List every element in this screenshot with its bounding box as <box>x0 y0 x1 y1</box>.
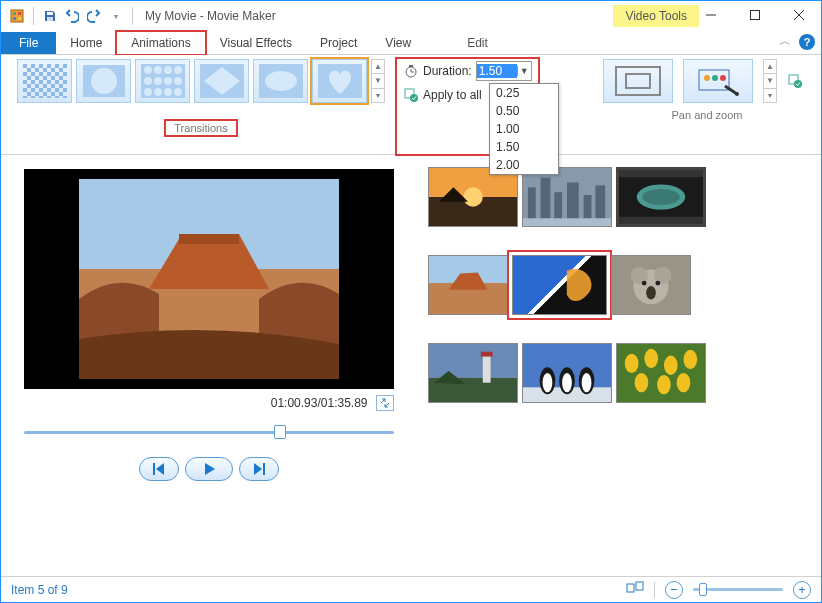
transitions-gallery-more[interactable]: ▲ ▼ ▾ <box>371 59 385 103</box>
clip-desert[interactable] <box>428 255 508 315</box>
qat-dropdown-icon[interactable]: ▾ <box>106 6 126 26</box>
app-icon[interactable] <box>7 6 27 26</box>
pan-zoom-label: Pan and zoom <box>603 109 811 121</box>
gallery-expand-icon[interactable]: ▾ <box>372 89 384 102</box>
duration-input[interactable]: 1.50 ▼ <box>476 61 532 81</box>
svg-point-27 <box>164 88 172 96</box>
tab-visual-effects[interactable]: Visual Effects <box>206 32 306 54</box>
apply-all-pan-icon[interactable] <box>787 73 803 89</box>
collapse-ribbon-icon[interactable]: ︿ <box>779 33 791 50</box>
svg-rect-97 <box>627 584 634 592</box>
transition-checker[interactable] <box>17 59 72 103</box>
transitions-group: ▲ ▼ ▾ Transitions <box>11 59 391 154</box>
window-title: My Movie - Movie Maker <box>145 9 276 23</box>
tab-animations[interactable]: Animations <box>116 31 205 55</box>
svg-rect-98 <box>636 582 643 590</box>
apply-all-button[interactable]: Apply to all <box>423 88 482 102</box>
view-toggle-icon[interactable] <box>626 581 644 598</box>
duration-option[interactable]: 1.00 <box>490 120 558 138</box>
pan-zoom-none[interactable] <box>603 59 673 103</box>
svg-rect-77 <box>429 344 517 378</box>
duration-option[interactable]: 0.25 <box>490 84 558 102</box>
tab-home[interactable]: Home <box>56 32 116 54</box>
titlebar: ▾ My Movie - Movie Maker Video Tools <box>1 1 821 31</box>
duration-option[interactable]: 1.50 <box>490 138 558 156</box>
pan-zoom-preset[interactable] <box>683 59 753 103</box>
zoom-out-button[interactable]: − <box>665 581 683 599</box>
zoom-in-button[interactable]: + <box>793 581 811 599</box>
svg-rect-80 <box>481 352 493 357</box>
svg-point-84 <box>543 373 553 392</box>
video-preview[interactable] <box>24 169 394 389</box>
svg-point-76 <box>655 281 660 286</box>
svg-rect-50 <box>153 463 155 475</box>
zoom-thumb[interactable] <box>699 583 707 596</box>
fullscreen-button[interactable] <box>376 395 394 411</box>
svg-point-28 <box>174 88 182 96</box>
duration-option[interactable]: 2.00 <box>490 156 558 174</box>
status-item-count: Item 5 of 9 <box>11 583 68 597</box>
ribbon: ▲ ▼ ▾ Transitions Duration: 1.50 ▼ Apply… <box>1 55 821 155</box>
svg-point-23 <box>164 77 172 85</box>
gallery-up-icon[interactable]: ▲ <box>764 60 776 74</box>
duration-dropdown-button[interactable]: ▼ <box>517 66 531 76</box>
svg-rect-4 <box>18 17 21 20</box>
maximize-button[interactable] <box>733 1 777 29</box>
duration-option[interactable]: 0.50 <box>490 102 558 120</box>
svg-point-18 <box>154 66 162 74</box>
svg-point-15 <box>91 68 117 94</box>
svg-point-90 <box>625 354 639 373</box>
gallery-up-icon[interactable]: ▲ <box>372 60 384 74</box>
next-frame-button[interactable] <box>239 457 279 481</box>
clip-koala[interactable] <box>611 255 691 315</box>
minimize-button[interactable] <box>689 1 733 29</box>
playback-slider[interactable] <box>24 425 394 439</box>
tab-edit[interactable]: Edit <box>453 32 502 54</box>
tab-file[interactable]: File <box>1 32 56 54</box>
clip-city[interactable] <box>522 167 612 227</box>
clip-tulips[interactable] <box>616 343 706 403</box>
zoom-slider[interactable] <box>693 588 783 591</box>
pan-zoom-gallery-more[interactable]: ▲ ▼ ▾ <box>763 59 777 103</box>
duration-group: Duration: 1.50 ▼ Apply to all 0.25 0.50 … <box>397 59 538 154</box>
tab-project[interactable]: Project <box>306 32 371 54</box>
transition-circle[interactable] <box>76 59 131 103</box>
help-icon[interactable]: ? <box>799 34 815 50</box>
svg-rect-3 <box>13 17 16 20</box>
time-display: 01:00.93/01:35.89 <box>271 396 368 410</box>
prev-frame-button[interactable] <box>139 457 179 481</box>
clip-title-card[interactable] <box>616 167 706 227</box>
clip-penguins[interactable] <box>522 343 612 403</box>
gallery-expand-icon[interactable]: ▾ <box>764 89 776 102</box>
clip-sunset[interactable] <box>428 167 518 227</box>
svg-point-75 <box>642 281 647 286</box>
svg-point-88 <box>582 373 592 392</box>
svg-point-44 <box>735 92 739 96</box>
window-controls <box>689 1 821 29</box>
svg-point-21 <box>144 77 152 85</box>
transition-circles[interactable] <box>135 59 190 103</box>
timeline-pane[interactable] <box>416 155 821 563</box>
clip-lighthouse[interactable] <box>428 343 518 403</box>
svg-rect-6 <box>47 17 53 21</box>
time-row: 01:00.93/01:35.89 <box>24 395 394 411</box>
transition-heart[interactable] <box>312 59 367 103</box>
svg-point-92 <box>664 356 678 375</box>
transition-diamond[interactable] <box>194 59 249 103</box>
play-button[interactable] <box>185 457 233 481</box>
gallery-down-icon[interactable]: ▼ <box>764 74 776 88</box>
svg-point-31 <box>265 71 297 91</box>
tab-view[interactable]: View <box>371 32 425 54</box>
svg-point-22 <box>154 77 162 85</box>
timeline-row <box>428 255 809 315</box>
transition-eye[interactable] <box>253 59 308 103</box>
gallery-down-icon[interactable]: ▼ <box>372 74 384 88</box>
close-button[interactable] <box>777 1 821 29</box>
clip-jellyfish-selected[interactable] <box>512 255 607 315</box>
svg-point-86 <box>562 373 572 392</box>
duration-value: 1.50 <box>477 64 517 78</box>
redo-icon[interactable] <box>84 6 104 26</box>
slider-thumb[interactable] <box>274 425 286 439</box>
save-icon[interactable] <box>40 6 60 26</box>
undo-icon[interactable] <box>62 6 82 26</box>
